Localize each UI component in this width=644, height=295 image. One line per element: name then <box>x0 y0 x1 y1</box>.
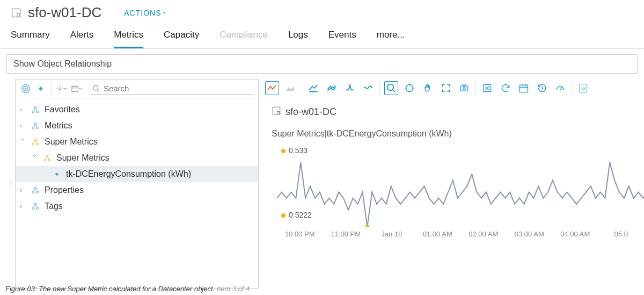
anomaly-icon[interactable] <box>343 81 357 95</box>
show-object-relationship[interactable]: Show Object Relationship <box>6 54 638 74</box>
tree-label: Properties <box>45 185 84 195</box>
tab-more[interactable]: more... <box>377 30 405 48</box>
svg-point-47 <box>34 203 36 205</box>
datacenter-icon <box>272 106 281 118</box>
calendar-icon[interactable] <box>71 83 83 95</box>
x-tick: 04:00 AM <box>552 230 598 238</box>
target-icon[interactable] <box>20 83 32 95</box>
svg-point-46 <box>36 207 39 210</box>
tree-label: Super Metrics <box>45 137 98 147</box>
svg-point-55 <box>406 84 413 91</box>
chart-title: sfo-w01-DC <box>286 106 336 118</box>
object-header: sfo-w01-DC ACTIONS <box>0 0 644 23</box>
tab-capacity[interactable]: Capacity <box>164 30 199 48</box>
super-metrics-icon <box>31 137 40 147</box>
svg-line-33 <box>36 141 37 143</box>
svg-line-22 <box>34 109 35 111</box>
chart-toolbar: PDF <box>265 79 644 99</box>
refresh-icon[interactable] <box>499 81 513 95</box>
chart-subtitle: Super Metrics|tk-DCEnergyConsumption (kW… <box>265 119 644 143</box>
tree-tags[interactable]: › Tags <box>16 198 258 214</box>
history-icon[interactable] <box>535 81 549 95</box>
zoom-icon[interactable] <box>384 81 398 95</box>
svg-line-49 <box>36 205 37 207</box>
chevron-right-icon: › <box>20 106 26 113</box>
svg-point-45 <box>32 207 34 210</box>
x-tick: 11:00 PM <box>323 230 369 238</box>
tab-events[interactable]: Events <box>328 30 356 48</box>
svg-rect-61 <box>463 85 466 86</box>
line-chart-icon[interactable] <box>265 81 279 95</box>
tree-super-metrics[interactable]: › Super Metrics <box>16 134 258 150</box>
search-input[interactable] <box>104 84 252 93</box>
x-tick: Jan 18 <box>369 230 415 238</box>
svg-text:PDF: PDF <box>581 87 586 90</box>
tab-bar: Summary Alerts Metrics Capacity Complian… <box>0 23 644 49</box>
area-chart-icon[interactable] <box>283 81 297 95</box>
chart-area[interactable]: 0.533 0.5222 10:00 PM11:00 PMJan 1801:00… <box>272 146 644 259</box>
svg-point-40 <box>32 191 34 193</box>
tab-metrics[interactable]: Metrics <box>114 30 143 48</box>
date-range-icon[interactable] <box>517 81 531 95</box>
tree-properties[interactable]: › Properties <box>16 182 258 198</box>
tab-logs[interactable]: Logs <box>288 30 308 48</box>
x-tick: 05:0 <box>598 230 645 238</box>
svg-point-9 <box>24 87 28 91</box>
pan-icon[interactable] <box>421 81 435 95</box>
svg-line-18 <box>97 89 99 91</box>
tree-label: Metrics <box>45 121 72 131</box>
actions-menu[interactable]: ACTIONS <box>124 9 166 17</box>
svg-rect-11 <box>39 87 43 91</box>
tree-favorites[interactable]: › Favorites <box>16 102 258 118</box>
tab-summary[interactable]: Summary <box>11 30 50 48</box>
svg-point-34 <box>44 159 46 161</box>
search-box[interactable] <box>90 83 254 95</box>
tree-metrics[interactable]: › Metrics <box>16 118 258 134</box>
export-pdf-icon[interactable]: PDF <box>576 81 590 95</box>
x-tick: 10:00 PM <box>277 230 323 238</box>
svg-point-8 <box>22 85 30 93</box>
dot-icon <box>281 149 286 153</box>
svg-line-38 <box>48 157 49 159</box>
svg-line-32 <box>34 141 35 143</box>
expand-handle-left[interactable] <box>6 79 15 289</box>
fit-icon[interactable] <box>439 81 453 95</box>
toolbar-separator <box>51 83 52 94</box>
svg-point-26 <box>34 123 36 125</box>
metrics-tree: › Favorites › Metrics › Super Metrics › … <box>16 98 258 218</box>
chevron-down-icon: › <box>19 139 27 145</box>
tab-alerts[interactable]: Alerts <box>70 30 93 48</box>
svg-point-30 <box>36 143 39 145</box>
svg-rect-7 <box>17 13 19 17</box>
svg-line-27 <box>34 125 35 127</box>
snapshot-icon[interactable] <box>457 81 471 95</box>
svg-point-35 <box>48 159 50 161</box>
clear-icon[interactable] <box>480 81 494 95</box>
tab-compliance: Compliance <box>219 30 268 48</box>
svg-point-29 <box>32 143 34 145</box>
svg-line-44 <box>36 189 37 191</box>
svg-point-53 <box>387 84 394 91</box>
tree-metric-selected[interactable]: tk-DCEnergyConsumption (kWh) <box>16 166 258 182</box>
crosshair-icon[interactable] <box>402 81 416 95</box>
svg-point-42 <box>34 187 36 189</box>
super-metrics-icon <box>42 153 52 163</box>
gauge-icon[interactable] <box>553 81 567 95</box>
tree-super-metrics-group[interactable]: › Super Metrics <box>16 150 258 166</box>
svg-point-17 <box>93 85 98 90</box>
caption-item: Item 3 of 4 <box>217 285 250 293</box>
wave-icon[interactable] <box>361 81 375 95</box>
toolbar-separator <box>475 82 476 94</box>
chevron-down-icon <box>65 84 68 93</box>
diamond-icon[interactable] <box>35 83 47 95</box>
caption-main: Figure 03: The new Super Metric calculat… <box>5 285 215 293</box>
metrics-tree-panel: › Favorites › Metrics › Super Metrics › … <box>15 79 259 289</box>
trend-range-icon[interactable] <box>325 81 339 95</box>
trend-up-icon[interactable] <box>306 81 320 95</box>
chart-header: sfo-w01-DC <box>265 99 644 119</box>
figure-caption: Figure 03: The new Super Metric calculat… <box>5 285 250 293</box>
favorites-icon <box>31 105 40 114</box>
chevron-right-icon: › <box>20 122 26 129</box>
gear-icon[interactable] <box>56 83 68 95</box>
svg-rect-66 <box>520 85 528 92</box>
